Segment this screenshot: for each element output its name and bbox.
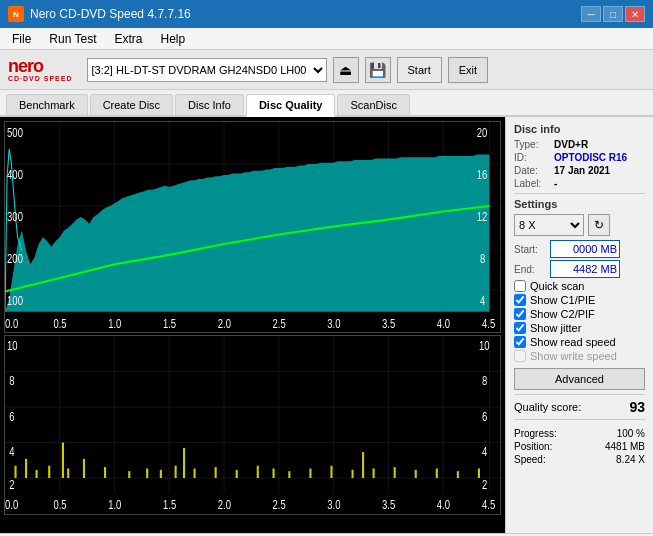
tab-disc-quality[interactable]: Disc Quality [246, 94, 336, 117]
show-c1pie-label: Show C1/PIE [530, 294, 595, 306]
show-c2pif-checkbox[interactable] [514, 308, 526, 320]
show-c1pie-row: Show C1/PIE [514, 294, 645, 306]
svg-text:1.5: 1.5 [163, 317, 176, 330]
end-input[interactable] [550, 260, 620, 278]
minimize-button[interactable]: ─ [581, 6, 601, 22]
svg-text:1.0: 1.0 [108, 317, 121, 330]
save-icon[interactable]: 💾 [365, 57, 391, 83]
disc-label-row: Label: - [514, 178, 645, 189]
type-value: DVD+R [554, 139, 588, 150]
start-button[interactable]: Start [397, 57, 442, 83]
svg-text:500: 500 [7, 126, 23, 139]
svg-text:20: 20 [477, 126, 488, 139]
menu-extra[interactable]: Extra [106, 30, 150, 48]
label-label: Label: [514, 178, 550, 189]
position-value: 4481 MB [605, 441, 645, 452]
speed-select[interactable]: 8 X Maximum 4 X 6 X 12 X [514, 214, 584, 236]
eject-icon[interactable]: ⏏ [333, 57, 359, 83]
tab-scan-disc[interactable]: ScanDisc [337, 94, 409, 115]
end-label: End: [514, 264, 546, 275]
svg-text:6: 6 [482, 410, 487, 423]
svg-text:2.0: 2.0 [218, 317, 231, 330]
svg-text:400: 400 [7, 168, 23, 181]
right-panel: Disc info Type: DVD+R ID: OPTODISC R16 D… [505, 117, 653, 533]
settings-title: Settings [514, 198, 645, 210]
svg-text:4: 4 [482, 445, 487, 458]
tabs: Benchmark Create Disc Disc Info Disc Qua… [0, 90, 653, 117]
svg-text:4.5: 4.5 [482, 317, 495, 330]
maximize-button[interactable]: □ [603, 6, 623, 22]
bottom-chart-svg: 10 8 6 4 2 10 8 6 4 2 0.0 0.5 1.0 1.5 2.… [5, 336, 500, 514]
progress-label: Progress: [514, 428, 557, 439]
menu-help[interactable]: Help [153, 30, 194, 48]
svg-text:0.5: 0.5 [53, 498, 66, 511]
start-label: Start: [514, 244, 546, 255]
svg-text:300: 300 [7, 210, 23, 223]
disc-type-row: Type: DVD+R [514, 139, 645, 150]
titlebar-controls[interactable]: ─ □ ✕ [581, 6, 645, 22]
menu-file[interactable]: File [4, 30, 39, 48]
svg-text:16: 16 [477, 168, 488, 181]
quick-scan-label: Quick scan [530, 280, 584, 292]
nero-logo-block: nero CD·DVD SPEED [8, 57, 73, 82]
svg-text:1.0: 1.0 [108, 498, 121, 511]
date-label: Date: [514, 165, 550, 176]
top-chart: 500 400 300 200 100 20 16 12 8 4 0.0 0.5… [4, 121, 501, 333]
svg-text:8: 8 [482, 374, 487, 387]
menu-run-test[interactable]: Run Test [41, 30, 104, 48]
quality-row: Quality score: 93 [514, 399, 645, 415]
app-title: Nero CD-DVD Speed 4.7.7.16 [30, 7, 191, 21]
show-c1pie-checkbox[interactable] [514, 294, 526, 306]
show-read-row: Show read speed [514, 336, 645, 348]
position-label: Position: [514, 441, 552, 452]
id-label: ID: [514, 152, 550, 163]
svg-text:3.0: 3.0 [327, 498, 340, 511]
chart-area: 500 400 300 200 100 20 16 12 8 4 0.0 0.5… [0, 117, 505, 533]
nero-subtext: CD·DVD SPEED [8, 75, 73, 82]
show-jitter-checkbox[interactable] [514, 322, 526, 334]
bottom-chart: 10 8 6 4 2 10 8 6 4 2 0.0 0.5 1.0 1.5 2.… [4, 335, 501, 515]
svg-rect-35 [5, 336, 500, 514]
advanced-button[interactable]: Advanced [514, 368, 645, 390]
drive-select[interactable]: [3:2] HL-DT-ST DVDRAM GH24NSD0 LH00 [87, 58, 327, 82]
progress-row: Progress: 100 % [514, 428, 645, 439]
exit-button[interactable]: Exit [448, 57, 488, 83]
svg-text:200: 200 [7, 252, 23, 265]
show-jitter-row: Show jitter [514, 322, 645, 334]
show-write-label: Show write speed [530, 350, 617, 362]
toolbar: nero CD·DVD SPEED [3:2] HL-DT-ST DVDRAM … [0, 50, 653, 90]
close-button[interactable]: ✕ [625, 6, 645, 22]
disc-id-row: ID: OPTODISC R16 [514, 152, 645, 163]
tab-create-disc[interactable]: Create Disc [90, 94, 173, 115]
svg-text:4.5: 4.5 [482, 498, 495, 511]
start-input[interactable] [550, 240, 620, 258]
label-value: - [554, 178, 557, 189]
show-write-checkbox [514, 350, 526, 362]
id-value: OPTODISC R16 [554, 152, 627, 163]
svg-text:2.0: 2.0 [218, 498, 231, 511]
svg-text:100: 100 [7, 294, 23, 307]
svg-text:2.5: 2.5 [273, 317, 286, 330]
main-content: 500 400 300 200 100 20 16 12 8 4 0.0 0.5… [0, 117, 653, 533]
svg-text:2: 2 [482, 478, 487, 491]
type-label: Type: [514, 139, 550, 150]
quick-scan-checkbox[interactable] [514, 280, 526, 292]
show-jitter-label: Show jitter [530, 322, 581, 334]
separator-1 [514, 193, 645, 194]
show-read-checkbox[interactable] [514, 336, 526, 348]
refresh-button[interactable]: ↻ [588, 214, 610, 236]
svg-text:1.5: 1.5 [163, 498, 176, 511]
svg-text:2.5: 2.5 [273, 498, 286, 511]
tab-disc-info[interactable]: Disc Info [175, 94, 244, 115]
svg-text:10: 10 [7, 339, 18, 352]
nero-logo: nero [8, 57, 73, 75]
svg-text:3.0: 3.0 [327, 317, 340, 330]
top-chart-svg: 500 400 300 200 100 20 16 12 8 4 0.0 0.5… [5, 122, 500, 332]
svg-text:4: 4 [9, 445, 14, 458]
separator-2 [514, 394, 645, 395]
disc-date-row: Date: 17 Jan 2021 [514, 165, 645, 176]
tab-benchmark[interactable]: Benchmark [6, 94, 88, 115]
speed-row: Speed: 8.24 X [514, 454, 645, 465]
quick-scan-row: Quick scan [514, 280, 645, 292]
titlebar-left: N Nero CD-DVD Speed 4.7.7.16 [8, 6, 191, 22]
